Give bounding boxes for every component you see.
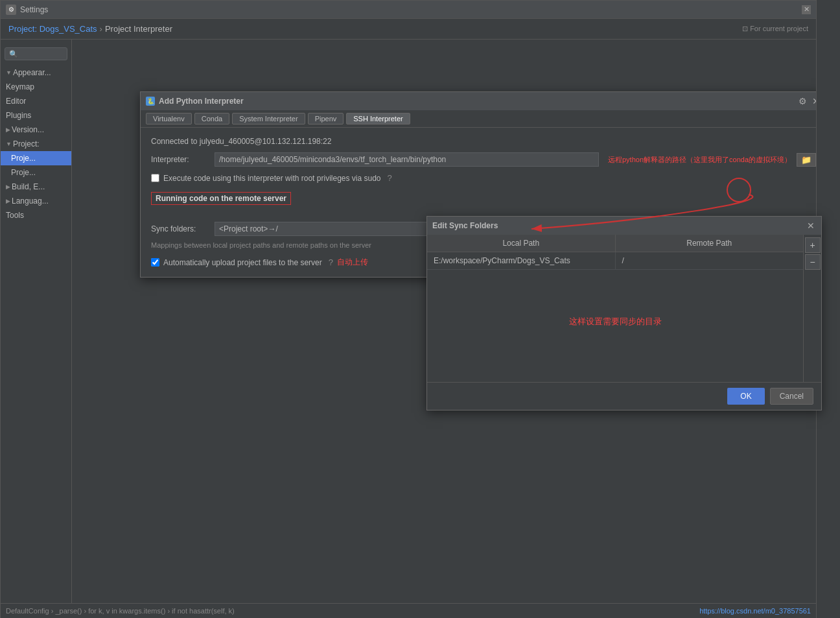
sync-table-header: Local Path Remote Path [427,235,803,252]
window-close-button[interactable]: ✕ [802,5,811,14]
sidebar-item-language[interactable]: ▶ Languag... [1,194,71,208]
tab-pipenv[interactable]: Pipenv [308,113,344,125]
auto-upload-annotation: 自动上传 [337,257,368,268]
auto-upload-checkbox[interactable] [151,258,159,267]
sidebar-item-project-label: Project: [13,139,40,149]
tab-conda[interactable]: Conda [194,113,229,125]
sync-dialog-title-label: Edit Sync Folders [432,221,498,230]
sidebar-item-build-label: Build, E... [12,182,45,191]
sidebar-item-keymap-label: Keymap [6,82,34,91]
sync-empty-area: 这样设置需要同步的目录 [427,270,803,374]
sync-cell-local: E:/workspace/PyCharm/Dogs_VS_Cats [427,252,616,269]
status-url: https://blog.csdn.net/m0_37857561 [699,607,811,615]
sidebar-item-plugins-label: Plugins [6,111,31,120]
sync-dialog-close-button[interactable]: ✕ [806,220,816,231]
status-breadcrumb: DefaultConfig › _parse() › for k, v in k… [6,607,235,615]
sidebar-item-appearance[interactable]: ▼ Appearar... [1,65,71,80]
breadcrumb-current: Project Interpreter [105,24,172,34]
execute-help-icon[interactable]: ? [388,173,392,183]
expand-arrow-project-icon: ▼ [6,141,12,147]
execute-checkbox-label: Execute code using this interpreter with… [163,174,381,183]
sync-cancel-button[interactable]: Cancel [770,388,813,405]
sync-remove-button[interactable]: − [805,254,821,270]
breadcrumb: Project: Dogs_VS_Cats › Project Interpre… [1,19,816,40]
sidebar: ▼ Appearar... Keymap Editor Plugins ▶ Ve… [1,40,72,612]
status-bar: DefaultConfig › _parse() › for k, v in k… [1,603,816,617]
auto-upload-label: Automatically upload project files to th… [163,258,322,267]
interpreter-type-tabs: Virtualenv Conda System Interpreter Pipe… [141,110,816,128]
sidebar-item-project-interpreter[interactable]: Proje... [1,151,71,165]
expand-arrow-icon: ▼ [6,69,12,76]
sync-annotation: 这样设置需要同步的目录 [569,316,662,327]
breadcrumb-root[interactable]: Project: Dogs_VS_Cats [8,24,97,34]
add-interpreter-settings-btn[interactable]: ⚙ [797,96,808,106]
interpreter-path-row: Interpreter: 远程python解释器的路径（这里我用了conda的虚… [151,152,816,167]
sync-table-body: E:/workspace/PyCharm/Dogs_VS_Cats / 这样设置… [427,252,803,382]
sync-table-row[interactable]: E:/workspace/PyCharm/Dogs_VS_Cats / [427,252,803,270]
sidebar-item-version[interactable]: ▶ Version... [1,123,71,137]
execute-checkbox-row: Execute code using this interpreter with… [151,173,816,183]
sidebar-item-keymap[interactable]: Keymap [1,80,71,94]
sync-dialog-buttons: OK Cancel [427,382,821,410]
sync-cell-remote: / [616,252,804,269]
title-bar: ⚙ Settings ✕ [1,1,816,19]
interpreter-label: Interpreter: [151,155,209,164]
sync-ok-button[interactable]: OK [727,388,764,405]
sidebar-item-version-label: Version... [12,125,44,134]
sync-col-local-path: Local Path [427,235,616,252]
tab-system-interpreter[interactable]: System Interpreter [232,113,305,125]
tab-ssh-interpreter[interactable]: SSH Interpreter [346,113,410,125]
expand-arrow-version-icon: ▶ [6,126,10,133]
settings-icon: ⚙ [6,5,16,15]
connected-row: Connected to julyedu_460005@101.132.121.… [151,137,816,146]
add-interpreter-title-label: Add Python Interpreter [159,97,244,106]
sidebar-item-tools[interactable]: Tools [1,208,71,222]
sync-dialog: Edit Sync Folders ✕ Local Path Remote Pa… [426,216,822,410]
expand-arrow-language-icon: ▶ [6,198,10,204]
add-interpreter-title-bar: 🐍 Add Python Interpreter ⚙ ✕ [141,92,816,110]
interpreter-path-input[interactable] [215,152,599,167]
add-interpreter-close-button[interactable]: ✕ [811,96,816,106]
sidebar-item-build[interactable]: ▶ Build, E... [1,180,71,194]
sidebar-item-plugins[interactable]: Plugins [1,108,71,123]
sync-dialog-title: Edit Sync Folders [432,221,498,230]
sync-folders-label: Sync folders: [151,224,209,233]
expand-arrow-build-icon: ▶ [6,184,10,190]
section-header: Running code on the remote server [151,192,291,205]
sidebar-item-project-interpreter-label: Proje... [11,154,36,163]
title-bar-left: ⚙ Settings [6,5,48,15]
sidebar-item-project[interactable]: ▼ Project: [1,137,71,151]
sidebar-item-appearance-label: Appearar... [13,68,51,77]
sidebar-item-editor[interactable]: Editor [1,94,71,108]
sidebar-item-project-structure[interactable]: Proje... [1,165,71,180]
tab-virtualenv[interactable]: Virtualenv [146,113,192,125]
for-current-project-label: ⊡ For current project [742,25,808,33]
interpreter-browse-button[interactable]: 📁 [797,153,816,167]
breadcrumb-separator: › [100,24,102,34]
auto-upload-help-icon[interactable]: ? [329,257,333,267]
python-icon: 🐍 [146,97,155,106]
sidebar-search-input[interactable] [5,47,67,60]
execute-checkbox[interactable] [151,174,159,182]
sidebar-item-tools-label: Tools [6,211,24,220]
interpreter-annotation: 远程python解释器的路径（这里我用了conda的虚拟环境） [608,155,791,165]
sync-dialog-title-bar: Edit Sync Folders ✕ [427,217,821,235]
sidebar-item-language-label: Languag... [12,196,49,206]
add-interpreter-title: 🐍 Add Python Interpreter [146,97,244,106]
sync-col-remote-path: Remote Path [616,235,804,252]
window-title: Settings [20,5,48,14]
sidebar-item-project-structure-label: Proje... [11,168,36,177]
sidebar-item-editor-label: Editor [6,97,26,106]
sync-dialog-body: Local Path Remote Path E:/workspace/PyCh… [427,235,821,382]
sync-add-button[interactable]: + [805,237,821,253]
connected-text: Connected to julyedu_460005@101.132.121.… [151,137,331,146]
